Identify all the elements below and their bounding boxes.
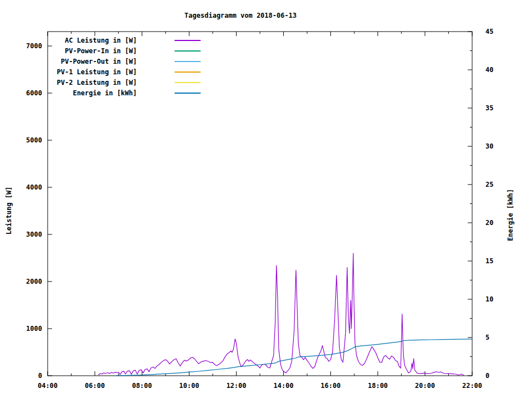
legend-line-sample [175, 50, 201, 52]
y-right-tick-label: 15 [485, 257, 493, 265]
legend-line-sample [175, 40, 201, 41]
legend-line-sample [175, 71, 201, 73]
x-tick-label: 14:00 [273, 382, 293, 390]
legend-line-sample [175, 93, 201, 94]
y-right-tick-label: 45 [485, 28, 493, 35]
legend: AC Leistung in [W]PV-Power-In in [W]PV-P… [48, 35, 201, 98]
series-line-energie-in-kwh [116, 339, 472, 376]
x-tick-label: 04:00 [38, 382, 58, 390]
x-tick-label: 10:00 [179, 382, 199, 390]
legend-item-label: PV-Power-In in [W] [48, 47, 137, 55]
legend-line-sample [175, 82, 201, 83]
y-right-tick-label: 10 [485, 295, 493, 303]
legend-item: PV-Power-Out in [W] [48, 56, 201, 66]
legend-line-sample [175, 61, 201, 62]
legend-item: Energie in [kWh] [48, 88, 201, 98]
y-left-tick-label: 7000 [26, 42, 42, 50]
legend-item: PV-2 Leistung in [W] [48, 77, 201, 88]
x-tick-label: 12:00 [226, 382, 246, 390]
legend-item-label: Energie in [kWh] [48, 89, 137, 97]
y-right-tick-label: 20 [485, 219, 493, 227]
gnuplot-day-chart: Tagesdiagramm vom 2018-06-13 Leistung [W… [0, 0, 532, 399]
y-right-tick-label: 30 [485, 142, 493, 150]
y-left-tick-label: 4000 [26, 183, 42, 191]
y-left-tick-label: 1000 [26, 325, 42, 332]
y-right-tick-label: 40 [485, 66, 493, 74]
x-tick-label: 08:00 [132, 382, 152, 390]
y-left-tick-label: 6000 [26, 89, 42, 97]
y-right-tick-label: 0 [485, 372, 489, 380]
y-right-tick-label: 5 [485, 334, 489, 341]
legend-item-label: PV-2 Leistung in [W] [48, 79, 137, 86]
x-tick-label: 20:00 [415, 382, 435, 390]
y-right-tick-label: 35 [485, 104, 493, 112]
y-left-tick-label: 2000 [26, 278, 42, 285]
legend-item-label: AC Leistung in [W] [48, 37, 137, 44]
legend-item: PV-Power-In in [W] [48, 45, 201, 56]
y-left-tick-label: 0 [38, 372, 42, 380]
x-tick-label: 06:00 [85, 382, 105, 390]
y-left-tick-label: 5000 [26, 136, 42, 144]
y-right-tick-label: 25 [485, 181, 493, 188]
legend-item-label: PV-1 Leistung in [W] [48, 68, 137, 76]
legend-item: PV-1 Leistung in [W] [48, 66, 201, 77]
legend-item: AC Leistung in [W] [48, 35, 201, 45]
x-tick-label: 18:00 [368, 382, 388, 390]
legend-item-label: PV-Power-Out in [W] [48, 58, 137, 65]
series-line-ac-leistung-in-w [99, 253, 464, 376]
x-tick-label: 16:00 [321, 382, 341, 390]
x-tick-label: 22:00 [462, 382, 482, 390]
y-left-tick-label: 3000 [26, 231, 42, 238]
